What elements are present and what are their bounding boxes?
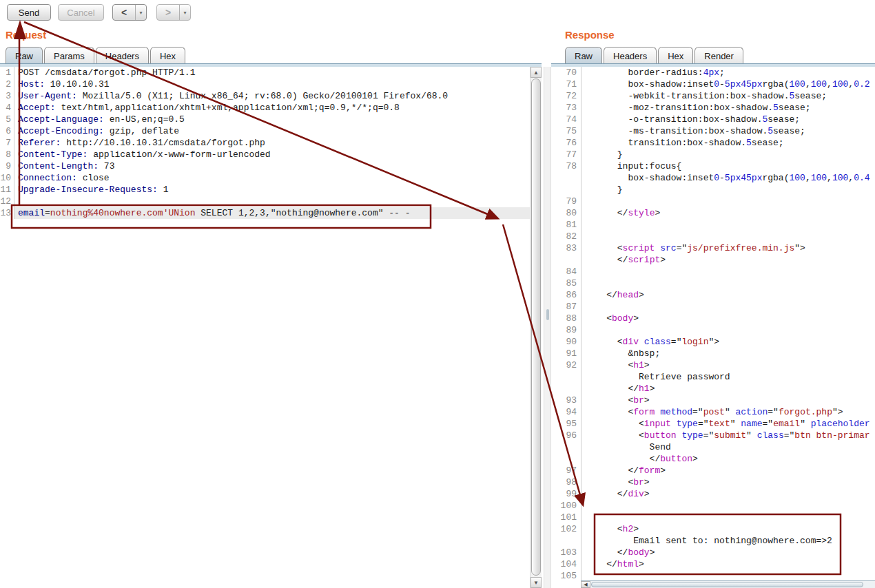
code-text: [581, 500, 875, 512]
code-text: </head>: [581, 289, 875, 301]
line-number: 93: [551, 395, 581, 406]
code-line: 72 -webkit-transition:box-shadow.5sease;: [551, 90, 875, 102]
line-number: 92: [551, 359, 581, 371]
line-number: 79: [551, 196, 581, 207]
code-text: [14, 196, 530, 207]
code-line: 78 input:focus{: [551, 160, 875, 172]
scroll-down-button[interactable]: ▼: [531, 577, 542, 588]
response-horizontal-scrollbar[interactable]: ◀: [581, 580, 875, 588]
code-text: Content-Length: 73: [14, 160, 530, 172]
code-text: Host: 10.10.10.31: [14, 78, 530, 90]
code-line: 12: [0, 196, 530, 207]
code-line: 85: [551, 277, 875, 289]
code-line: 95 <input type="text" name="email" place…: [551, 418, 875, 430]
prev-dropdown-button[interactable]: ▾: [135, 5, 146, 20]
panel-splitter[interactable]: [544, 67, 551, 588]
code-line: 100: [551, 500, 875, 512]
code-text: -webkit-transition:box-shadow.5sease;: [581, 90, 875, 102]
request-tab-hex[interactable]: Hex: [150, 47, 185, 64]
send-button[interactable]: Send: [7, 4, 51, 21]
scroll-left-button[interactable]: ◀: [581, 581, 590, 588]
request-tab-raw[interactable]: Raw: [6, 47, 43, 64]
line-number: 96: [551, 430, 581, 441]
line-number: 9: [0, 160, 14, 172]
line-number: 75: [551, 125, 581, 137]
response-tab-render[interactable]: Render: [694, 47, 743, 64]
code-text: box-shadow:inset0-5px45pxrgba(100,100,10…: [581, 78, 875, 90]
code-text: Connection: close: [14, 172, 530, 184]
code-line: 104 </html>: [551, 558, 875, 570]
line-number: 78: [551, 160, 581, 172]
response-editor[interactable]: 70 border-radius:4px;71 box-shadow:inset…: [551, 67, 875, 580]
line-number: 105: [551, 570, 581, 580]
line-number: 71: [551, 78, 581, 90]
line-number: 100: [551, 500, 581, 512]
line-number: 8: [0, 149, 14, 160]
code-line: 103 </body>: [551, 547, 875, 558]
line-number: [551, 453, 581, 465]
prev-request-button[interactable]: < ▾: [112, 4, 147, 21]
line-number: 91: [551, 348, 581, 359]
line-number: 83: [551, 242, 581, 254]
code-text: Accept-Encoding: gzip, deflate: [14, 125, 530, 137]
next-request-button[interactable]: > ▾: [156, 4, 191, 21]
line-number: 90: [551, 336, 581, 348]
response-panel-title: Response: [565, 29, 615, 41]
code-line: 75 -ms-transition:box-shadow.5sease;: [551, 125, 875, 137]
line-number: 11: [0, 184, 14, 196]
line-number: [551, 254, 581, 266]
code-text: Send: [581, 441, 875, 453]
code-text: border-radius:4px;: [581, 67, 875, 78]
line-number: 88: [551, 313, 581, 324]
cancel-button[interactable]: Cancel: [58, 4, 104, 21]
response-tab-hex[interactable]: Hex: [658, 47, 693, 64]
request-editor[interactable]: 1POST /cmsdata/forgot.php HTTP/1.12Host:…: [0, 67, 530, 588]
line-number: 74: [551, 114, 581, 125]
line-number: 6: [0, 125, 14, 137]
code-text: [581, 266, 875, 277]
line-number: [551, 441, 581, 453]
code-text: </style>: [581, 207, 875, 219]
code-line: 98 <br>: [551, 476, 875, 488]
code-text: email=nothing%40nowhere.com'UNion SELECT…: [14, 207, 530, 219]
code-text: Referer: http://10.10.10.31/cmsdata/forg…: [14, 137, 530, 149]
line-number: 2: [0, 78, 14, 90]
code-text: -o-transition:box-shadow.5sease;: [581, 114, 875, 125]
code-line: 88 <body>: [551, 313, 875, 324]
next-dropdown-button[interactable]: ▾: [179, 5, 190, 20]
code-text: </script>: [581, 254, 875, 266]
code-line: 102 <h2>: [551, 523, 875, 535]
code-line: 81: [551, 219, 875, 231]
code-line: 99 </div>: [551, 488, 875, 500]
request-panel-title: Request: [6, 29, 46, 41]
line-number: [551, 371, 581, 383]
scrollbar-thumb[interactable]: [531, 78, 541, 576]
code-text: User-Agent: Mozilla/5.0 (X11; Linux x86_…: [14, 90, 530, 102]
line-number: 97: [551, 465, 581, 476]
line-number: [551, 383, 581, 395]
line-number: [551, 184, 581, 196]
code-text: [581, 231, 875, 242]
code-line: </h1>: [551, 383, 875, 395]
line-number: 3: [0, 90, 14, 102]
code-line: 10Connection: close: [0, 172, 530, 184]
response-tab-headers[interactable]: Headers: [604, 47, 657, 64]
response-tab-raw[interactable]: Raw: [565, 47, 602, 64]
hscrollbar-thumb[interactable]: [591, 582, 863, 587]
line-number: 7: [0, 137, 14, 149]
line-number: 82: [551, 231, 581, 242]
code-line: 13email=nothing%40nowhere.com'UNion SELE…: [0, 207, 530, 219]
request-vertical-scrollbar[interactable]: ▲ ▼: [530, 67, 542, 588]
code-text: Upgrade-Insecure-Requests: 1: [14, 184, 530, 196]
scroll-up-button[interactable]: ▲: [531, 67, 542, 78]
request-tab-params[interactable]: Params: [44, 47, 94, 64]
code-line: 77 }: [551, 149, 875, 160]
line-number: 81: [551, 219, 581, 231]
code-line: 91 &nbsp;: [551, 348, 875, 359]
line-number: 70: [551, 67, 581, 78]
request-tab-headers[interactable]: Headers: [96, 47, 149, 64]
repeater-window: Send Cancel < ▾ > ▾ Request Raw Params H…: [0, 0, 875, 588]
line-number: 73: [551, 102, 581, 114]
code-text: <button type="submit" class="btn btn-pri…: [581, 430, 875, 441]
code-line: 84: [551, 266, 875, 277]
